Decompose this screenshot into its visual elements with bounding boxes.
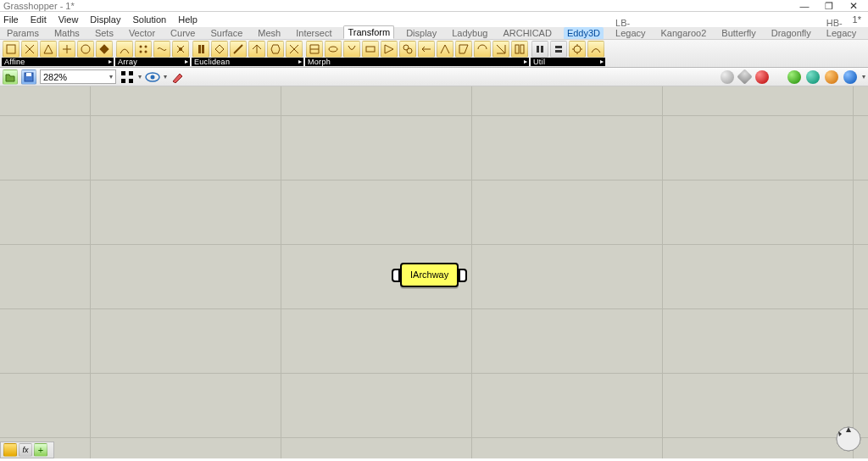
menu-display[interactable]: Display	[90, 14, 120, 25]
minimize-button[interactable]: —	[793, 1, 815, 11]
close-button[interactable]: ✕	[843, 0, 865, 12]
svg-marker-1	[44, 45, 53, 53]
affine-tool-3[interactable]	[40, 41, 57, 58]
morph-tool-7[interactable]	[418, 41, 435, 58]
affine-tool-1[interactable]	[3, 41, 19, 58]
svg-point-12	[329, 47, 337, 52]
array-tool-4[interactable]	[172, 41, 189, 58]
tab-vector[interactable]: Vector	[125, 27, 159, 39]
tab-archicad[interactable]: ARCHICAD	[499, 27, 554, 39]
tab-kangaroo2[interactable]: Kangaroo2	[658, 27, 710, 39]
util-tool-1[interactable]	[531, 41, 548, 58]
util-tool-3[interactable]	[569, 41, 586, 58]
display-sphere-grey-icon[interactable]	[721, 70, 734, 84]
svg-point-30	[151, 75, 155, 79]
component-input-grip[interactable]	[392, 269, 400, 282]
display-sphere-teal-icon[interactable]	[806, 70, 820, 84]
morph-tool-6[interactable]	[399, 41, 416, 58]
tab-curve[interactable]: Curve	[167, 27, 198, 39]
dropdown-arrow-3[interactable]: ▾	[862, 73, 865, 81]
svg-rect-21	[555, 50, 562, 53]
affine-tool-5[interactable]	[77, 41, 94, 58]
menu-view[interactable]: View	[58, 14, 79, 25]
tab-dragonfly[interactable]: Dragonfly	[768, 27, 815, 39]
menu-edit[interactable]: Edit	[31, 14, 47, 25]
panel-affine: Affine	[2, 41, 114, 66]
euclid-tool-3[interactable]	[230, 41, 247, 58]
svg-rect-13	[366, 47, 375, 52]
tab-display[interactable]: Display	[403, 27, 440, 39]
preview-toggle[interactable]	[145, 69, 160, 85]
zoom-level-dropdown[interactable]: 282% ▾	[40, 69, 116, 84]
svg-rect-28	[129, 79, 133, 83]
tab-maths[interactable]: Maths	[51, 27, 83, 39]
euclid-tool-4[interactable]	[248, 41, 265, 58]
tab-hb-legacy[interactable]: HB-Legacy	[823, 17, 860, 39]
tab-transform[interactable]: Transform	[343, 25, 394, 39]
tab-lb-legacy[interactable]: LB-Legacy	[612, 17, 648, 39]
widget-1[interactable]	[3, 443, 17, 457]
display-diamond-icon[interactable]	[737, 69, 752, 84]
morph-tool-3[interactable]	[343, 41, 360, 58]
zoom-fit-button[interactable]	[120, 69, 135, 85]
chevron-down-icon: ▾	[109, 73, 113, 81]
svg-rect-18	[537, 46, 539, 53]
panel-label-morph[interactable]: Morph	[305, 58, 529, 66]
morph-tool-9[interactable]	[455, 41, 472, 58]
tab-butterfly[interactable]: Butterfly	[718, 27, 759, 39]
array-tool-2[interactable]	[135, 41, 152, 58]
component-iarchway[interactable]: IArchway	[392, 263, 467, 287]
affine-tool-6[interactable]	[96, 41, 113, 58]
euclid-tool-1[interactable]	[192, 41, 209, 58]
tab-sets[interactable]: Sets	[92, 27, 117, 39]
euclid-tool-6[interactable]	[286, 41, 303, 58]
panel-label-array[interactable]: Array	[115, 58, 190, 66]
affine-tool-2[interactable]	[21, 41, 38, 58]
euclid-tool-2[interactable]	[211, 41, 228, 58]
component-output-grip[interactable]	[459, 269, 467, 282]
util-tool-4[interactable]	[587, 41, 604, 58]
sketch-button[interactable]	[170, 69, 186, 85]
tab-eddy3d[interactable]: Eddy3D	[564, 27, 604, 39]
tab-mesh[interactable]: Mesh	[254, 27, 284, 39]
menu-solution[interactable]: Solution	[132, 14, 166, 25]
morph-tool-1[interactable]	[306, 41, 323, 58]
definition-canvas[interactable]: IArchway fx +	[0, 86, 868, 458]
widget-2[interactable]: fx	[19, 443, 32, 457]
maximize-button[interactable]: ❐	[818, 1, 840, 12]
panel-label-euclidean[interactable]: Euclidean	[192, 58, 303, 66]
dropdown-arrow-2[interactable]: ▾	[164, 73, 167, 81]
panel-label-util[interactable]: Util	[531, 58, 605, 66]
display-sphere-blue-icon[interactable]	[843, 70, 857, 84]
tab-intersect[interactable]: Intersect	[292, 27, 335, 39]
widget-3[interactable]: +	[34, 443, 47, 457]
menu-help[interactable]: Help	[178, 14, 198, 25]
panel-label-affine[interactable]: Affine	[2, 58, 114, 66]
ribbon-toolbar: Affine Array Euclidean	[0, 40, 868, 68]
dropdown-arrow-1[interactable]: ▾	[138, 73, 142, 81]
morph-tool-12[interactable]	[511, 41, 528, 58]
open-button[interactable]	[3, 69, 18, 85]
display-sphere-green-icon[interactable]	[787, 70, 801, 84]
svg-rect-24	[26, 73, 31, 76]
component-body[interactable]: IArchway	[400, 263, 459, 287]
morph-tool-8[interactable]	[437, 41, 453, 58]
morph-tool-11[interactable]	[492, 41, 509, 58]
util-tool-2[interactable]	[550, 41, 567, 58]
tab-params[interactable]: Params	[3, 27, 42, 39]
euclid-tool-5[interactable]	[267, 41, 284, 58]
save-button[interactable]	[21, 69, 36, 85]
morph-tool-2[interactable]	[325, 41, 342, 58]
morph-tool-5[interactable]	[381, 41, 398, 58]
canvas-compass[interactable]	[834, 425, 863, 453]
morph-tool-10[interactable]	[474, 41, 491, 58]
tab-ladybug[interactable]: Ladybug	[448, 27, 491, 39]
tab-surface[interactable]: Surface	[207, 27, 246, 39]
menu-file[interactable]: File	[3, 14, 19, 25]
display-sphere-orange-icon[interactable]	[825, 70, 838, 84]
display-sphere-red-icon[interactable]	[755, 70, 769, 84]
morph-tool-4[interactable]	[362, 41, 379, 58]
array-tool-3[interactable]	[153, 41, 170, 58]
array-tool-1[interactable]	[116, 41, 133, 58]
affine-tool-4[interactable]	[58, 41, 75, 58]
